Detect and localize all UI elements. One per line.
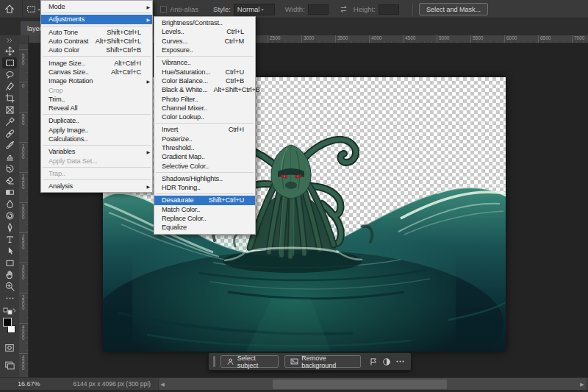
adjustments-menu-item-shadows-highlights[interactable]: Shadows/Highlights.. [154,174,255,183]
drag-handle[interactable] [213,356,215,367]
image-menu-item-image-size[interactable]: Image Size..Alt+Ctrl+I [41,58,152,67]
hand-tool[interactable] [2,269,17,280]
select-subject-button[interactable]: Select subject [220,355,279,368]
image-menu-item-calculations[interactable]: Calculations.. [41,135,152,143]
scroll-left-icon[interactable]: ◀ [159,378,166,391]
clone-stamp-tool[interactable] [2,152,17,163]
image-menu-separator [43,114,151,115]
image-menu-item-auto-color[interactable]: Auto ColorShift+Ctrl+B [41,46,152,54]
image-menu-item-variables[interactable]: Variables▶ [41,147,152,156]
horizontal-scrollbar[interactable]: ◀ ▶ [158,378,586,391]
screen-mode-icon[interactable] [2,360,17,371]
adjustments-menu-item-posterize[interactable]: Posterize.. [154,135,255,143]
foreground-swatch[interactable] [3,318,12,327]
type-tool[interactable] [2,234,17,245]
path-selection-tool[interactable] [2,246,17,257]
anti-alias-label: Anti-alias [170,5,198,13]
image-menu-item-auto-tone[interactable]: Auto ToneShift+Ctrl+L [41,28,152,37]
brush-tool[interactable] [2,140,17,151]
spot-healing-tool[interactable] [2,128,17,139]
image-menu-item-image-rotation[interactable]: Image Rotation▶ [41,76,152,85]
image-menu-item-adjustments[interactable]: Adjustments▶ [41,15,152,24]
scroll-right-icon[interactable]: ▶ [578,378,586,391]
adjustments-menu-item-gradient-map[interactable]: Gradient Map.. [154,152,255,161]
scrollbar-thumb[interactable] [273,379,447,389]
image-menu-item-reveal-all[interactable]: Reveal All [41,104,152,113]
style-label: Style: [213,5,231,13]
adjustments-menu-item-photo-filter[interactable]: Photo Filter.. [154,94,255,103]
swap-colors-icon[interactable] [3,307,16,315]
ruler-corner[interactable] [19,35,29,43]
style-dropdown[interactable]: Normal ▾ [234,4,275,15]
dodge-tool[interactable] [2,210,17,221]
adjustments-menu-item-hue-saturation[interactable]: Hue/Saturation...Ctrl+U [154,67,255,76]
pen-tool[interactable] [2,222,17,233]
zoom-tool[interactable] [2,281,17,292]
menu-item-label: Auto Contrast [49,38,88,45]
adjustments-menu-item-threshold[interactable]: Threshold.. [154,143,255,152]
vertical-ruler[interactable]: 500050010001500200025003000350040004500 [19,43,29,377]
stamp-icon [5,152,15,162]
blur-icon [5,199,15,209]
adjustments-menu-item-exposure[interactable]: Exposure.. [154,46,255,54]
adjustments-menu-item-desaturate[interactable]: DesaturateShift+Ctrl+U [154,196,255,204]
remove-background-label: Remove background [301,354,355,369]
image-menu-item-trim[interactable]: Trim.. [41,95,152,104]
adjustments-menu-item-black-white[interactable]: Black & White...Alt+Shift+Ctrl+B [154,85,255,94]
rectangular-marquee-tool[interactable] [2,57,17,68]
height-label: Height: [354,5,376,13]
adjustments-menu-item-vibrance[interactable]: Vibrance.. [154,58,255,67]
adjustments-menu-item-channel-mixer[interactable]: Channel Mixer.. [154,104,255,113]
frame-tool[interactable] [2,104,17,115]
gradient-tool[interactable] [2,187,17,198]
path-selection-icon [5,246,15,256]
shape-tool[interactable] [2,257,17,268]
image-menu-item-duplicate[interactable]: Duplicate.. [41,116,152,125]
image-menu-item-crop: Crop [41,85,152,94]
image-menu-item-apply-image[interactable]: Apply Image.. [41,126,152,135]
adjustments-menu-item-hdr-toning[interactable]: HDR Toning.. [154,183,255,192]
adjustments-menu-item-color-lookup[interactable]: Color Lookup.. [154,113,255,121]
remove-background-button[interactable]: Remove background [284,355,361,368]
image-menu-item-auto-contrast[interactable]: Auto ContrastAlt+Shift+Ctrl+L [41,37,152,46]
eyedropper-tool[interactable] [2,116,17,127]
menu-item-label: Exposure.. [162,46,193,54]
zoom-level-field[interactable]: 16.67% [18,380,40,388]
adjustments-menu-item-invert[interactable]: InvertCtrl+I [154,125,255,134]
menu-item-label: Canvas Size.. [49,68,89,76]
brush-icon [5,140,15,150]
adjustments-menu-item-color-balance[interactable]: Color Balance...Ctrl+B [154,76,255,85]
move-tool[interactable] [2,46,17,57]
double-chevron-icon[interactable] [6,37,13,44]
adjustments-submenu: Brightness/Contrast..Levels..Ctrl+LCurve… [154,16,256,235]
width-input[interactable] [308,4,329,15]
flag-icon[interactable] [367,355,380,368]
more-options-icon[interactable] [393,355,406,368]
adjustments-menu-item-brightness-contrast[interactable]: Brightness/Contrast.. [154,18,255,27]
lasso-tool[interactable] [2,69,17,80]
contrast-circle-icon[interactable] [380,355,393,368]
adjustments-menu-item-match-color[interactable]: Match Color.. [154,205,255,214]
anti-alias-checkbox[interactable] [160,6,167,13]
adjustments-menu-item-levels[interactable]: Levels..Ctrl+L [154,27,255,36]
image-menu-item-canvas-size[interactable]: Canvas Size..Alt+Ctrl+C [41,68,152,76]
adjustments-menu-item-selective-color[interactable]: Selective Color.. [154,161,255,170]
home-icon[interactable] [0,0,19,18]
edit-toolbar[interactable] [2,293,17,304]
swap-dimensions-icon[interactable] [336,0,352,18]
h-ruler-label: 6000 [506,35,517,40]
quick-mask-icon[interactable] [2,342,17,354]
pen-icon [5,223,15,232]
adjustments-menu-item-equalize[interactable]: Equalize [154,223,255,232]
height-input[interactable] [379,4,399,15]
adjustments-menu-item-curves[interactable]: Curves...Ctrl+M [154,37,255,46]
history-brush-tool[interactable] [2,163,17,174]
image-menu-item-mode[interactable]: Mode▶ [41,2,152,11]
blur-tool[interactable] [2,199,17,210]
quick-selection-tool[interactable] [2,81,17,92]
crop-tool[interactable] [2,93,17,104]
eraser-tool[interactable] [2,175,17,186]
image-menu-item-analysis[interactable]: Analysis▶ [41,182,152,190]
select-and-mask-button[interactable]: Select and Mask... [419,3,488,15]
adjustments-menu-item-replace-color[interactable]: Replace Color.. [154,214,255,223]
